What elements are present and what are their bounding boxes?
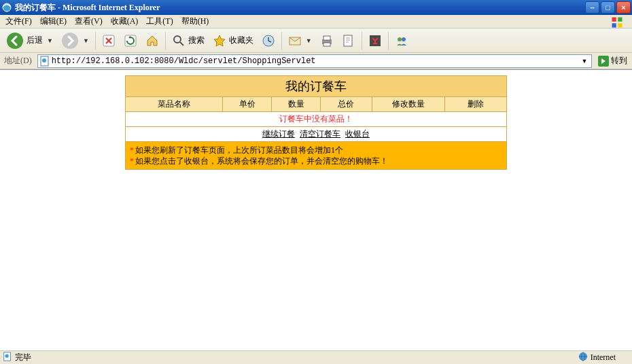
go-label: 转到 bbox=[611, 55, 627, 67]
forward-button[interactable]: ▼ bbox=[58, 31, 92, 50]
col-delete: 删除 bbox=[445, 97, 506, 112]
internet-zone-icon bbox=[578, 352, 588, 364]
svg-point-18 bbox=[402, 37, 406, 41]
menu-help[interactable]: 帮助(H) bbox=[177, 14, 213, 29]
cart-title: 我的订餐车 bbox=[126, 76, 506, 97]
messenger-button[interactable] bbox=[391, 31, 412, 50]
separator bbox=[388, 32, 389, 50]
separator bbox=[362, 32, 362, 50]
cart-link-row: 继续订餐 清空订餐车 收银台 bbox=[126, 127, 506, 142]
svg-point-20 bbox=[42, 58, 46, 62]
history-button[interactable] bbox=[258, 31, 279, 50]
home-button[interactable] bbox=[142, 31, 162, 50]
go-button[interactable]: 转到 bbox=[595, 54, 631, 68]
cart-header-row: 菜品名称 单价 数量 总价 修改数量 删除 bbox=[126, 97, 506, 112]
antivirus-button[interactable] bbox=[365, 31, 385, 50]
menu-file[interactable]: 文件(F) bbox=[1, 14, 36, 29]
page-content: 我的订餐车 菜品名称 单价 数量 总价 修改数量 删除 订餐车中没有菜品！ 继续… bbox=[0, 69, 632, 350]
checkout-link[interactable]: 收银台 bbox=[345, 129, 370, 139]
window-titlebar: 我的订餐车 - Microsoft Internet Explorer – □ … bbox=[0, 0, 632, 15]
page-icon bbox=[39, 56, 50, 67]
status-bar: 完毕 Internet bbox=[0, 350, 632, 364]
window-title: 我的订餐车 - Microsoft Internet Explorer bbox=[15, 2, 585, 14]
chevron-down-icon: ▼ bbox=[47, 37, 53, 44]
back-button[interactable]: 后退 ▼ bbox=[3, 31, 56, 50]
tip-row: *如果您点击了收银台，系统将会保存您的订单，并会清空您的购物车！ bbox=[130, 156, 502, 166]
search-button[interactable]: 搜索 bbox=[169, 31, 208, 50]
menubar: 文件(F) 编辑(E) 查看(V) 收藏(A) 工具(T) 帮助(H) bbox=[0, 15, 632, 29]
chevron-down-icon: ▼ bbox=[83, 37, 89, 44]
cart-empty-message: 订餐车中没有菜品！ bbox=[126, 112, 506, 127]
bullet-icon: * bbox=[130, 156, 134, 166]
separator bbox=[165, 32, 166, 50]
svg-rect-1 bbox=[612, 17, 616, 21]
col-total: 总价 bbox=[321, 97, 372, 112]
menu-tools[interactable]: 工具(T) bbox=[142, 14, 177, 29]
tip-text: 如果您刷新了订餐车页面，上次所订菜品数目将会增加1个 bbox=[135, 145, 343, 155]
close-button[interactable]: × bbox=[616, 1, 631, 14]
address-dropdown-icon[interactable]: ▼ bbox=[579, 58, 590, 65]
col-name: 菜品名称 bbox=[126, 97, 223, 112]
col-qty: 数量 bbox=[272, 97, 321, 112]
search-label: 搜索 bbox=[188, 35, 205, 46]
svg-rect-2 bbox=[618, 17, 622, 21]
svg-point-5 bbox=[7, 33, 23, 49]
col-price: 单价 bbox=[223, 97, 272, 112]
clear-link[interactable]: 清空订餐车 bbox=[300, 129, 340, 139]
tip-row: *如果您刷新了订餐车页面，上次所订菜品数目将会增加1个 bbox=[130, 145, 502, 156]
svg-rect-15 bbox=[344, 35, 352, 46]
ie-icon bbox=[1, 2, 12, 13]
favorites-button[interactable]: 收藏夹 bbox=[209, 31, 257, 50]
svg-point-9 bbox=[174, 36, 181, 43]
print-button[interactable] bbox=[317, 31, 337, 50]
address-input-wrap[interactable]: ▼ bbox=[37, 54, 592, 68]
favorites-label: 收藏夹 bbox=[229, 35, 253, 46]
refresh-button[interactable] bbox=[120, 31, 141, 50]
chevron-down-icon: ▼ bbox=[306, 37, 312, 44]
windows-flag-icon bbox=[610, 16, 631, 28]
status-done: 完毕 bbox=[15, 352, 31, 363]
menu-edit[interactable]: 编辑(E) bbox=[36, 14, 71, 29]
menu-favorites[interactable]: 收藏(A) bbox=[107, 14, 143, 29]
address-bar: 地址(D) ▼ 转到 bbox=[0, 53, 632, 69]
svg-point-23 bbox=[5, 354, 9, 357]
svg-rect-13 bbox=[323, 36, 330, 40]
svg-point-17 bbox=[398, 37, 402, 41]
address-label: 地址(D) bbox=[1, 55, 35, 67]
separator bbox=[281, 32, 282, 50]
toolbar: 后退 ▼ ▼ 搜索 收藏夹 ▼ bbox=[0, 29, 632, 53]
cart-tips: *如果您刷新了订餐车页面，上次所订菜品数目将会增加1个 *如果您点击了收银台，系… bbox=[126, 142, 506, 169]
continue-link[interactable]: 继续订餐 bbox=[262, 129, 295, 139]
svg-rect-4 bbox=[618, 23, 622, 27]
minimize-button[interactable]: – bbox=[585, 1, 599, 14]
col-edit-qty: 修改数量 bbox=[372, 97, 446, 112]
stop-button[interactable] bbox=[99, 31, 119, 50]
address-input[interactable] bbox=[52, 56, 579, 67]
back-label: 后退 bbox=[27, 35, 43, 46]
svg-rect-14 bbox=[323, 43, 330, 46]
tip-text: 如果您点击了收银台，系统将会保存您的订单，并会清空您的购物车！ bbox=[135, 156, 388, 166]
menu-view[interactable]: 查看(V) bbox=[71, 14, 107, 29]
maximize-button[interactable]: □ bbox=[601, 1, 615, 14]
bullet-icon: * bbox=[130, 145, 134, 155]
page-icon bbox=[3, 352, 12, 364]
mail-button[interactable]: ▼ bbox=[285, 31, 315, 50]
svg-rect-3 bbox=[612, 23, 616, 27]
separator bbox=[95, 32, 96, 50]
status-zone: Internet bbox=[591, 352, 616, 363]
cart-table: 我的订餐车 菜品名称 单价 数量 总价 修改数量 删除 订餐车中没有菜品！ 继续… bbox=[125, 75, 507, 170]
edit-button[interactable] bbox=[338, 31, 359, 50]
svg-point-6 bbox=[62, 33, 78, 49]
